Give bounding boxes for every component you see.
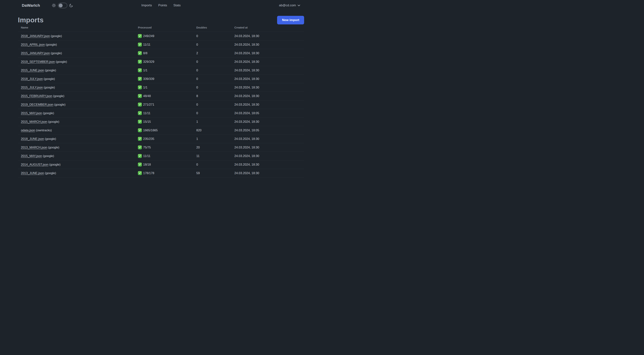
cell-doubles: 11 bbox=[194, 152, 232, 160]
cell-doubles: 0 bbox=[194, 66, 232, 75]
chevron-down-icon bbox=[298, 5, 300, 6]
success-check-icon bbox=[138, 43, 142, 46]
processed-count: 1/1 bbox=[143, 85, 148, 89]
cell-name: 2018_JULY.json (google) bbox=[18, 75, 135, 83]
doubles-count: 0 bbox=[196, 34, 198, 38]
import-file-link[interactable]: 2015_FEBRUARY.json bbox=[21, 94, 52, 98]
main-nav: Imports Points Stats bbox=[142, 0, 181, 11]
cell-doubles: 0 bbox=[194, 57, 232, 66]
import-file-link[interactable]: 2015_JANUARY.json bbox=[21, 51, 50, 55]
theme-switch-knob bbox=[59, 3, 62, 7]
column-header-name: Name bbox=[18, 24, 135, 32]
doubles-count: 0 bbox=[196, 43, 198, 46]
processed-count: 11/11 bbox=[143, 43, 150, 46]
cell-doubles: 0 bbox=[194, 100, 232, 109]
cell-processed: 48/48 bbox=[135, 92, 193, 100]
import-file-link[interactable]: 2019_DECEMBER.json bbox=[21, 103, 53, 106]
app-logo[interactable]: DaWarIch bbox=[22, 3, 40, 8]
import-file-link[interactable]: 2018_JUNE.json bbox=[21, 137, 44, 140]
cell-processed: 11/11 bbox=[135, 109, 193, 117]
table-row: 2015_JUNE.json (google) 1/1 0 24.03.2024… bbox=[18, 66, 304, 75]
new-import-button[interactable]: New import bbox=[277, 16, 304, 24]
processed-count: 8/8 bbox=[143, 51, 148, 55]
import-file-link[interactable]: 2015_MAY.json bbox=[21, 154, 42, 158]
import-file-link[interactable]: 2018_JANUARY.json bbox=[21, 34, 50, 38]
cell-doubles: 0 bbox=[194, 109, 232, 117]
cell-processed: 271/271 bbox=[135, 100, 193, 109]
cell-processed: 1665/1665 bbox=[135, 126, 193, 135]
nav-link-stats[interactable]: Stats bbox=[174, 3, 181, 7]
doubles-count: 0 bbox=[196, 163, 198, 166]
table-row: 2015_FEBRUARY.json (google) 48/48 8 24.0… bbox=[18, 92, 304, 100]
import-source: (google) bbox=[44, 68, 56, 72]
cell-doubles: 20 bbox=[194, 143, 232, 152]
cell-doubles: 0 bbox=[194, 83, 232, 92]
cell-doubles: 820 bbox=[194, 126, 232, 135]
processed-count: 15/15 bbox=[143, 120, 151, 124]
import-file-link[interactable]: odata.json bbox=[21, 128, 35, 132]
cell-processed: 339/339 bbox=[135, 75, 193, 83]
sun-icon bbox=[52, 3, 56, 8]
cell-processed: 329/329 bbox=[135, 57, 193, 66]
import-source: (google) bbox=[45, 43, 57, 46]
cell-created-at: 24.03.2024, 18:30 bbox=[232, 49, 304, 57]
import-file-link[interactable]: 2015_MAY.json bbox=[21, 111, 42, 115]
table-row: 2018_JULY.json (google) 339/339 0 24.03.… bbox=[18, 75, 304, 83]
import-file-link[interactable]: 2015_APRIL.json bbox=[21, 43, 45, 46]
cell-created-at bbox=[232, 177, 304, 178]
cell-name: 2015_APRIL.json (google) bbox=[18, 40, 135, 49]
processed-count: 11/11 bbox=[143, 154, 150, 158]
cell-processed: 1/1 bbox=[135, 66, 193, 75]
cell-name: 2013_JUNE.json (google) bbox=[18, 169, 135, 177]
doubles-count: 2 bbox=[196, 51, 198, 55]
import-source: (google) bbox=[53, 103, 66, 106]
navbar: DaWarIch Imports Points Stats ab@cd.com bbox=[0, 0, 322, 11]
nav-link-imports[interactable]: Imports bbox=[142, 3, 152, 7]
import-file-link[interactable]: 2013_MARCH.json bbox=[21, 146, 47, 149]
success-check-icon bbox=[138, 60, 142, 64]
cell-created-at: 24.03.2024, 18:30 bbox=[232, 160, 304, 169]
import-file-link[interactable]: 2013_JUNE.json bbox=[21, 171, 44, 175]
doubles-count: 0 bbox=[196, 111, 198, 115]
processed-count: 329/329 bbox=[143, 60, 154, 64]
doubles-count: 1 bbox=[196, 120, 198, 123]
import-file-link[interactable]: 2015_JUNE.json bbox=[21, 68, 44, 72]
created-at-value: 24.03.2024, 18:30 bbox=[234, 94, 259, 98]
cell-doubles: 0 bbox=[194, 160, 232, 169]
doubles-count: 0 bbox=[196, 103, 198, 106]
user-email: ab@cd.com bbox=[279, 3, 296, 7]
table-row bbox=[18, 177, 304, 178]
created-at-value: 24.03.2024, 18:30 bbox=[234, 34, 259, 38]
cell-created-at: 24.03.2024, 18:30 bbox=[232, 40, 304, 49]
table-row: 2018_JANUARY.json (google) 249/249 0 24.… bbox=[18, 32, 304, 40]
navbar-right: ab@cd.com bbox=[279, 3, 300, 7]
import-file-link[interactable]: 2018_JULY.json bbox=[21, 77, 43, 80]
user-menu[interactable]: ab@cd.com bbox=[279, 3, 300, 7]
table-row: 2015_JULY.json (google) 1/1 0 24.03.2024… bbox=[18, 83, 304, 92]
cell-name: 2018_JUNE.json (google) bbox=[18, 135, 135, 143]
cell-created-at: 24.03.2024, 18:30 bbox=[232, 75, 304, 83]
import-file-link[interactable]: 2019_SEPTEMBER.json bbox=[21, 60, 55, 63]
import-source: (google) bbox=[43, 86, 55, 89]
cell-processed bbox=[135, 177, 193, 178]
table-row: 2013_MARCH.json (google) 75/75 20 24.03.… bbox=[18, 143, 304, 152]
cell-created-at: 24.03.2024, 18:30 bbox=[232, 117, 304, 126]
cell-name: 2018_JANUARY.json (google) bbox=[18, 32, 135, 40]
doubles-count: 0 bbox=[196, 60, 198, 63]
import-source: (google) bbox=[50, 34, 62, 38]
cell-name: 2015_MAY.json (google) bbox=[18, 152, 135, 160]
cell-created-at: 24.03.2024, 18:05 bbox=[232, 109, 304, 117]
import-file-link[interactable]: 2015_MARCH.json bbox=[21, 120, 47, 123]
table-row: 2013_JUNE.json (google) 178/178 59 24.03… bbox=[18, 169, 304, 177]
nav-link-points[interactable]: Points bbox=[158, 3, 167, 7]
cell-processed: 178/178 bbox=[135, 169, 193, 177]
success-check-icon bbox=[138, 85, 142, 89]
cell-processed: 18/18 bbox=[135, 160, 193, 169]
import-file-link[interactable]: 2014_AUGUST.json bbox=[21, 163, 48, 166]
created-at-value: 24.03.2024, 18:30 bbox=[234, 86, 259, 89]
imports-table: Name Processed Doubles Created at 2018_J… bbox=[18, 24, 304, 177]
import-file-link[interactable]: 2015_JULY.json bbox=[21, 86, 43, 89]
cell-name: 2019_SEPTEMBER.json (google) bbox=[18, 57, 135, 66]
created-at-value: 24.03.2024, 18:30 bbox=[234, 120, 259, 123]
theme-switch[interactable] bbox=[58, 3, 67, 8]
